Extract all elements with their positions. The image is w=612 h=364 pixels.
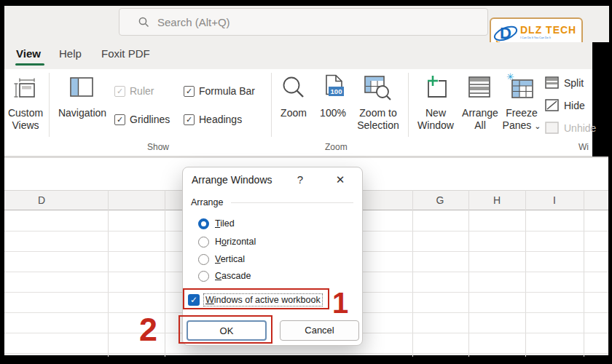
ribbon-separator (271, 73, 272, 137)
custom-views-button[interactable]: Custom Views (4, 107, 47, 132)
arrange-group-label: Arrange (191, 197, 223, 207)
column-header-d[interactable]: D (38, 194, 45, 206)
zoom-group-label: Zoom (325, 142, 348, 152)
radio-cascade[interactable]: Cascade (198, 268, 251, 284)
svg-text:100: 100 (331, 87, 342, 95)
hide-button[interactable]: Hide (545, 99, 585, 111)
new-window-icon (423, 74, 449, 100)
search-input[interactable] (156, 15, 465, 29)
zoom-icon (280, 75, 307, 101)
new-window-button[interactable]: New Window (413, 107, 458, 132)
ruler-checkbox-box (114, 86, 125, 97)
annotation-box-step1 (183, 288, 329, 309)
ruler-checkbox: Ruler (114, 85, 154, 97)
excel-titlebar: D DLZ TECH I Can Do It You Can Do It (4, 6, 609, 42)
arrange-all-button[interactable]: Arrange All (458, 107, 503, 132)
navigation-icon (70, 77, 93, 98)
formula-bar-checkbox[interactable]: Formula Bar (184, 85, 255, 97)
radio-vertical-circle[interactable] (198, 254, 209, 265)
ribbon-separator (408, 73, 409, 137)
dialog-title: Arrange Windows (192, 174, 272, 186)
help-icon[interactable]: ? (292, 172, 308, 188)
tab-foxit-pdf[interactable]: Foxit PDF (101, 47, 150, 60)
headings-checkbox[interactable]: Headings (184, 114, 242, 125)
active-tab-underline (15, 63, 44, 66)
arrange-all-icon (468, 76, 491, 99)
gridlines-checkbox[interactable]: Gridlines (114, 114, 170, 125)
snowflake-glyph: ✳ (506, 71, 514, 82)
radio-tiled[interactable]: Tiled (198, 215, 235, 232)
ribbon-separator (49, 73, 50, 137)
radio-cascade-circle[interactable] (198, 271, 209, 282)
svg-text:D: D (500, 24, 511, 42)
column-header-g[interactable]: G (436, 194, 444, 206)
search-box[interactable] (119, 8, 488, 36)
zoom-to-selection-icon (364, 75, 392, 101)
hide-icon (545, 99, 559, 111)
headings-checkbox-box[interactable] (184, 114, 195, 125)
formula-bar-checkbox-box[interactable] (184, 86, 195, 97)
excel-screenshot-frame: D DLZ TECH I Can Do It You Can Do It Vie… (0, 0, 612, 364)
unhide-button: Unhide (545, 122, 596, 134)
annotation-number-2: 2 (139, 313, 157, 346)
radio-horizontal-circle[interactable] (198, 237, 209, 248)
search-icon (138, 17, 149, 28)
radio-vertical[interactable]: Vertical (198, 251, 245, 267)
column-header-h[interactable]: H (493, 194, 501, 206)
window-group-label-clipped: Wi (578, 142, 589, 152)
annotation-number-1: 1 (332, 288, 348, 317)
split-icon (545, 76, 559, 89)
radio-horizontal[interactable]: Horizontal (198, 234, 256, 250)
group-divider (231, 202, 353, 203)
zoom-100-icon: 100 (323, 74, 345, 101)
radio-tiled-circle[interactable] (198, 218, 209, 229)
split-button[interactable]: Split (545, 76, 584, 89)
tab-help[interactable]: Help (59, 47, 82, 60)
column-header-i[interactable]: I (553, 194, 556, 206)
unhide-icon (545, 122, 559, 134)
show-group-label: Show (147, 142, 169, 152)
tab-view[interactable]: View (16, 47, 41, 60)
ribbon-view-tab-content: Custom Views Navigation Ruler Gridlines … (4, 69, 592, 157)
cancel-button[interactable]: Cancel (280, 320, 359, 341)
zoom-to-selection-button[interactable]: Zoom to Selection (351, 107, 405, 132)
dlz-logo-mark: D (491, 20, 520, 45)
close-icon[interactable]: ✕ (330, 171, 350, 189)
logo-brand-text: DLZ TECH (520, 25, 576, 35)
logo-tagline-text: I Can Do It You Can Do It (520, 36, 555, 39)
zoom-100-button[interactable]: 100% (311, 107, 355, 119)
freeze-panes-icon: ✳ (509, 75, 535, 101)
zoom-button[interactable]: Zoom (272, 107, 315, 119)
ribbon-tab-row: View Help Foxit PDF (4, 42, 592, 69)
navigation-button[interactable]: Navigation (55, 107, 109, 119)
custom-views-icon (13, 76, 36, 100)
freeze-panes-button[interactable]: Freeze Panes ⌄ (501, 107, 543, 132)
annotation-box-step2 (178, 315, 272, 344)
chevron-down-icon: ⌄ (534, 122, 541, 130)
gridlines-checkbox-box[interactable] (114, 114, 125, 125)
